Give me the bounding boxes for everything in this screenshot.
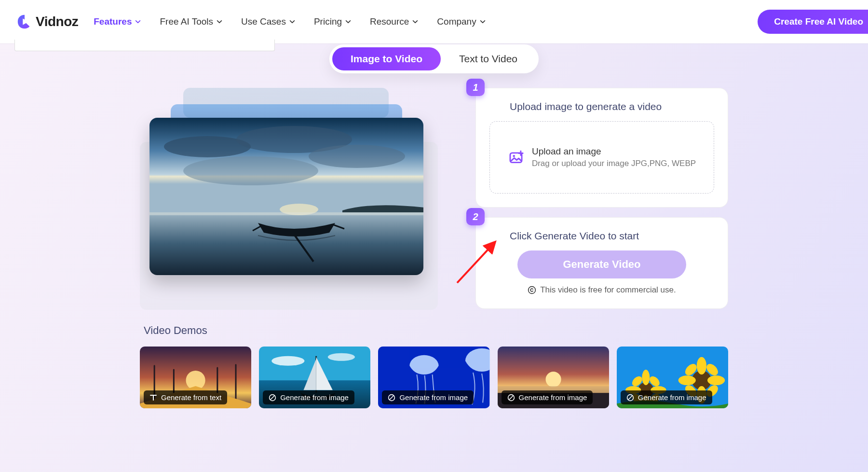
svg-line-27 xyxy=(390,395,394,400)
step-generate: 2 Click Generate Video to start Generate… xyxy=(475,217,728,309)
svg-line-33 xyxy=(509,395,513,400)
chevron-down-icon xyxy=(479,18,486,25)
svg-point-5 xyxy=(183,156,318,185)
svg-line-54 xyxy=(628,395,632,400)
svg-point-48 xyxy=(707,375,725,385)
nav-use-cases[interactable]: Use Cases xyxy=(241,16,296,27)
step-badge-1: 1 xyxy=(466,79,485,96)
svg-point-36 xyxy=(642,370,650,385)
brand-name: Vidnoz xyxy=(36,14,78,29)
chevron-down-icon xyxy=(216,18,223,25)
no-image-icon xyxy=(388,394,395,402)
text-icon xyxy=(149,394,157,402)
demo-tag: Generate from image xyxy=(382,390,474,404)
demo-tag: Generate from image xyxy=(263,390,354,404)
no-image-icon xyxy=(626,394,634,402)
svg-rect-1 xyxy=(149,212,423,275)
no-image-icon xyxy=(507,394,515,402)
nav-free-ai-tools[interactable]: Free AI Tools xyxy=(160,16,223,27)
preview-image xyxy=(149,118,423,275)
input-remnant xyxy=(14,40,275,51)
nav-resource[interactable]: Resource xyxy=(370,16,419,27)
chevron-down-icon xyxy=(289,18,296,25)
demo-tag: Generate from image xyxy=(502,390,593,404)
demo-card[interactable]: Generate from image xyxy=(378,347,489,408)
nav-company[interactable]: Company xyxy=(437,16,486,27)
nav-pricing[interactable]: Pricing xyxy=(314,16,352,27)
svg-line-23 xyxy=(271,395,275,400)
brand-logo[interactable]: Vidnoz xyxy=(16,14,78,30)
upload-heading: Upload an image xyxy=(532,146,696,157)
nav-menu: Features Free AI Tools Use Cases Pricing… xyxy=(94,16,486,27)
chevron-down-icon xyxy=(135,18,141,25)
chevron-down-icon xyxy=(345,18,352,25)
demo-card[interactable]: Generate from text xyxy=(140,347,251,408)
step-upload: 1 Upload image to generate a video Uploa… xyxy=(475,88,728,208)
generate-video-button[interactable]: Generate Video xyxy=(517,250,686,278)
tab-image-to-video[interactable]: Image to Video xyxy=(332,47,441,70)
create-video-button[interactable]: Create Free AI Video xyxy=(758,10,868,34)
svg-point-45 xyxy=(697,357,706,375)
preview-stack xyxy=(140,88,458,310)
svg-point-10 xyxy=(529,287,536,294)
demo-row: Generate from text Generate from image xyxy=(140,347,728,408)
demo-tag: Generate from text xyxy=(144,390,227,404)
svg-point-20 xyxy=(271,356,304,366)
step2-title: Click Generate Video to start xyxy=(510,230,714,242)
chevron-down-icon xyxy=(412,18,419,25)
mode-tabs: Image to Video Text to Video xyxy=(329,44,539,73)
top-nav: Vidnoz Features Free AI Tools Use Cases … xyxy=(0,0,868,43)
svg-rect-7 xyxy=(149,212,423,215)
svg-point-21 xyxy=(328,353,355,361)
license-note: This video is free for commercial use. xyxy=(489,285,714,295)
svg-point-29 xyxy=(545,372,561,387)
upload-dropzone[interactable]: Upload an image Drag or upload your imag… xyxy=(489,121,714,194)
svg-point-4 xyxy=(309,145,405,168)
demo-card[interactable]: Generate from image xyxy=(498,347,609,408)
svg-point-47 xyxy=(678,375,695,385)
demo-tag: Generate from image xyxy=(621,390,712,404)
image-plus-icon xyxy=(508,149,524,166)
nav-features[interactable]: Features xyxy=(94,16,141,27)
step1-title: Upload image to generate a video xyxy=(510,101,714,112)
demos-title: Video Demos xyxy=(144,324,728,337)
step-badge-2: 2 xyxy=(466,208,485,225)
upload-subtext: Drag or upload your image JPG,PNG, WEBP xyxy=(532,159,696,168)
tab-text-to-video[interactable]: Text to Video xyxy=(441,47,536,70)
no-image-icon xyxy=(269,394,276,402)
logo-mark-icon xyxy=(16,14,33,30)
svg-point-9 xyxy=(513,155,515,157)
demo-card[interactable]: Generate from image xyxy=(259,347,370,408)
copyright-icon xyxy=(528,286,536,294)
demo-card[interactable]: Generate from image xyxy=(617,347,728,408)
